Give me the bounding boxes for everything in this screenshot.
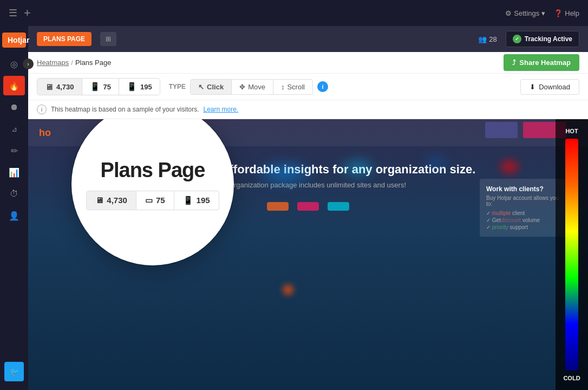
heatmap-toolbar: 🖥 4,730 📱 75 📱 195 TYPE ↖	[28, 74, 588, 100]
desktop-device-button[interactable]: 🖥 4,730	[37, 79, 82, 95]
site-selector[interactable]: PLANS PAGE	[37, 32, 92, 46]
mag-desktop-btn: 🖥 4,730	[87, 191, 136, 210]
breadcrumb-parent[interactable]: Heatmaps	[37, 58, 69, 67]
tablet-count: 75	[103, 83, 111, 91]
mag-mobile-count: 195	[197, 196, 210, 205]
clients-text: Buy Hotjar account allows you to:	[486, 195, 560, 207]
settings-label: Settings	[514, 9, 539, 17]
secondary-nav: PLANS PAGE ⊞ 👥 28 ✓ Tracking Active	[28, 26, 588, 52]
mobile-icon: 📱	[127, 82, 137, 92]
help-button[interactable]: ❓ Help	[554, 9, 579, 17]
users-nav-icon: 👥	[478, 35, 487, 43]
page-content: Heatmaps / Plans Page ⤴ Share Heatmap 🖥 …	[28, 52, 588, 390]
info-button[interactable]: i	[317, 81, 328, 92]
mobile-device-button[interactable]: 📱 195	[119, 79, 160, 95]
user-count-badge: 👥 28	[478, 35, 496, 43]
sim-btn-1	[267, 202, 289, 211]
sample-notice-text: This heatmap is based on a sample of you…	[51, 106, 199, 113]
breadcrumb-current: Plans Page	[75, 58, 112, 67]
sidebar: Hotjar › ◎ 🔥 ⏺ ⊿ ✏ 📊 ⏱ 👤 🐦	[0, 26, 28, 390]
history-icon: ⏱	[10, 189, 18, 199]
recordings-icon: ⏺	[10, 102, 18, 112]
sidebar-item-funnels[interactable]: ⊿	[3, 119, 25, 139]
mag-tablet-btn: ▭ 75	[136, 191, 174, 210]
desktop-icon: 🖥	[45, 82, 53, 92]
sim-btn-2	[297, 202, 319, 211]
mag-mobile-icon: 📱	[183, 196, 193, 205]
hot-label: HOT	[565, 128, 578, 134]
share-btn-label: Share Heatmap	[519, 58, 571, 67]
download-label: Download	[539, 83, 570, 91]
info-banner: i This heatmap is based on a sample of y…	[28, 100, 588, 119]
top-nav-left: ☰ +	[9, 6, 31, 20]
main-layout: Hotjar › ◎ 🔥 ⏺ ⊿ ✏ 📊 ⏱ 👤 🐦	[0, 26, 588, 390]
sidebar-item-recordings[interactable]: ⏺	[3, 98, 25, 117]
color-scale: HOT COLD	[556, 119, 588, 390]
share-heatmap-button[interactable]: ⤴ Share Heatmap	[504, 54, 579, 71]
click-tab[interactable]: ↖ Click	[191, 80, 231, 94]
clients-heading: Work with clients?	[486, 185, 560, 193]
grid-icon: ⊞	[106, 35, 111, 43]
users-icon: 👤	[9, 211, 19, 221]
sidebar-item-heatmaps[interactable]: 🔥	[3, 76, 25, 95]
sidebar-item-analytics[interactable]: 📊	[3, 162, 25, 182]
scroll-label: Scroll	[287, 83, 305, 91]
settings-chevron: ▾	[541, 9, 545, 17]
settings-button[interactable]: ⚙ Settings ▾	[505, 9, 545, 17]
move-icon: ✥	[239, 83, 245, 91]
site-pages-button[interactable]: ⊞	[100, 32, 116, 46]
sidebar-item-dashboard[interactable]: ◎	[3, 54, 25, 74]
tab-group: ↖ Click ✥ Move ↕ Scroll	[190, 79, 313, 95]
share-icon: ⤴	[512, 58, 516, 67]
top-nav-right: ⚙ Settings ▾ ❓ Help	[505, 9, 579, 17]
mag-desktop-icon: 🖥	[95, 196, 103, 205]
surveys-icon: ✏	[11, 146, 18, 156]
heatmap-icon: 🔥	[9, 81, 19, 91]
tracking-active-badge: ✓ Tracking Active	[506, 31, 579, 47]
device-group: 🖥 4,730 📱 75 📱 195	[37, 78, 160, 95]
user-count-number: 28	[489, 35, 496, 43]
mag-tablet-count: 75	[156, 196, 165, 205]
move-tab[interactable]: ✥ Move	[231, 80, 273, 94]
move-label: Move	[248, 83, 265, 91]
sidebar-item-history[interactable]: ⏱	[3, 184, 25, 204]
sidebar-toggle-icon[interactable]: ☰	[9, 7, 17, 19]
sidebar-bottom: 🐦	[4, 358, 24, 384]
sidebar-item-users[interactable]: 👤	[3, 206, 25, 225]
heatmap-display: Plans Page 🖥 4,730 ▭ 75 📱	[28, 119, 588, 390]
mag-desktop-count: 4,730	[107, 196, 127, 205]
magnified-page-title: Plans Page	[90, 159, 216, 182]
gear-icon: ⚙	[505, 9, 512, 17]
top-nav: ☰ + ⚙ Settings ▾ ❓ Help	[0, 0, 588, 26]
twitter-icon: 🐦	[10, 367, 19, 376]
tablet-icon: 📱	[90, 82, 100, 92]
learn-more-link[interactable]: Learn more.	[203, 106, 238, 113]
color-scale-bar	[565, 139, 578, 370]
scroll-icon: ↕	[281, 83, 285, 91]
click-icon: ↖	[198, 83, 204, 91]
info-banner-icon: i	[37, 105, 47, 114]
magnified-device-group: 🖥 4,730 ▭ 75 📱 195	[86, 191, 219, 210]
sidebar-expand-btn[interactable]: ›	[23, 58, 34, 69]
help-label: Help	[565, 9, 579, 17]
dashboard-icon: ◎	[10, 59, 18, 69]
question-icon: ❓	[554, 9, 563, 17]
click-label: Click	[207, 83, 224, 91]
sidebar-item-surveys[interactable]: ✏	[3, 141, 25, 160]
add-icon[interactable]: +	[24, 6, 31, 20]
scroll-tab[interactable]: ↕ Scroll	[273, 80, 312, 94]
funnels-icon: ⊿	[11, 125, 17, 133]
sim-btn-3	[328, 202, 349, 211]
analytics-icon: 📊	[9, 167, 19, 178]
tablet-device-button[interactable]: 📱 75	[82, 79, 119, 95]
twitter-button[interactable]: 🐦	[4, 362, 24, 381]
type-label: TYPE	[169, 83, 186, 90]
cold-label: COLD	[563, 375, 580, 381]
tracking-active-label: Tracking Active	[525, 35, 572, 43]
hotjar-logo[interactable]: Hotjar	[2, 32, 26, 48]
mag-tablet-icon: ▭	[145, 196, 153, 205]
desktop-count: 4,730	[56, 83, 74, 91]
mobile-count: 195	[140, 83, 152, 91]
download-button[interactable]: ⬇ Download	[520, 79, 579, 95]
download-icon: ⬇	[530, 83, 535, 91]
